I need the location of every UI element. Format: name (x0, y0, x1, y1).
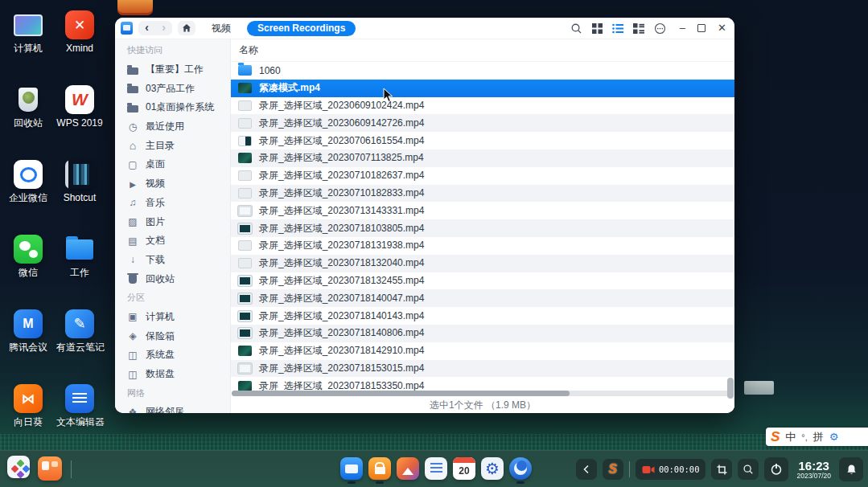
file-name: 录屏_选择区域_20230718140047.mp4 (259, 292, 424, 305)
sidebar-item[interactable]: 数据盘 (115, 365, 230, 384)
sidebar-item[interactable]: 桌面 (115, 155, 230, 174)
horizontal-scrollbar[interactable] (232, 391, 734, 396)
maximize-button[interactable] (697, 24, 706, 32)
more-options-button[interactable] (652, 21, 668, 36)
minimize-button[interactable]: – (680, 23, 685, 34)
file-row[interactable]: 录屏_选择区域_20230718140806.mp4 (231, 325, 734, 342)
desktop-icon-work-folder[interactable]: 工作 (56, 235, 103, 278)
sidebar-item[interactable]: 网络邻居 (115, 403, 230, 413)
sidebar-item[interactable]: 主目录 (115, 136, 230, 155)
vertical-scrollbar-thumb[interactable] (727, 378, 734, 399)
desktop-icon-youdao-note[interactable]: 有道云笔记 (56, 309, 103, 353)
control-center-icon (481, 457, 504, 480)
desktop-icon-sunflower[interactable]: 向日葵 (5, 384, 51, 428)
video-thumbnail (238, 206, 252, 216)
file-row[interactable]: 录屏_选择区域_20230710182833.mp4 (231, 185, 734, 203)
desktop-icon-recycle[interactable]: 回收站 (5, 85, 51, 129)
desktop-icon-shotcut[interactable]: Shotcut (56, 160, 103, 203)
tray-search-button[interactable] (738, 459, 759, 480)
horizontal-scrollbar-thumb[interactable] (232, 391, 570, 396)
sidebar-item[interactable]: 系统盘 (115, 346, 230, 365)
taskbar-clock[interactable]: 16:23 2023/07/20 (796, 460, 831, 480)
multitasking-view-button[interactable] (38, 456, 62, 481)
file-row[interactable]: 录屏_选择区域_20230718132040.mp4 (231, 255, 734, 272)
launcher-button[interactable] (7, 456, 30, 478)
tab-videos[interactable]: 视频 (201, 20, 241, 36)
partially-hidden-desktop-icon[interactable] (117, 0, 153, 15)
tab-screen-recordings[interactable]: Screen Recordings (247, 21, 356, 36)
desktop-icon-wechat[interactable]: 微信 (5, 235, 51, 278)
text-editor-icon (65, 384, 94, 413)
file-row[interactable]: 录屏_选择区域_20230707113825.mp4 (231, 149, 734, 167)
home-button[interactable] (178, 21, 195, 35)
file-row[interactable]: 录屏_选择区域_20230718103805.mp4 (231, 219, 734, 237)
close-button[interactable]: ✕ (718, 23, 726, 34)
file-row[interactable]: 1060 (231, 62, 734, 80)
file-row[interactable]: 录屏_选择区域_20230718142910.mp4 (231, 342, 734, 360)
file-manager-app-icon (121, 22, 133, 35)
video-thumbnail (238, 293, 252, 304)
desktop-icon-wps[interactable]: WPS 2019 (56, 85, 103, 129)
file-row[interactable]: 录屏_选择区域_20230713143331.mp4 (231, 202, 734, 219)
file-row[interactable]: 紧凑模式.mp4 (231, 80, 734, 97)
ime-settings-icon[interactable]: ⚙ (829, 431, 839, 443)
sidebar-item[interactable]: 03产品工作 (115, 79, 230, 98)
ime-pinyin-mode[interactable]: 拼 (813, 430, 824, 444)
tray-collapse-button[interactable] (576, 459, 597, 480)
dock-app-app-store[interactable] (368, 457, 391, 484)
file-row[interactable]: 录屏_选择区域_20230718140143.mp4 (231, 307, 734, 325)
forward-button[interactable]: › (155, 21, 172, 35)
file-row[interactable]: 录屏_选择区域_20230718140047.mp4 (231, 289, 734, 307)
list-view-button[interactable] (611, 21, 626, 36)
dock-app-control-center[interactable] (481, 457, 504, 484)
sidebar-item[interactable]: 下载 (115, 251, 230, 270)
sidebar-item[interactable]: 计算机 (115, 308, 230, 327)
file-row[interactable]: 录屏_选择区域_20230609142726.mp4 (231, 114, 734, 132)
sidebar-item-label: 图片 (146, 215, 165, 229)
screenshot-button[interactable] (711, 459, 732, 480)
sidebar-item[interactable]: 01桌面操作系统 (115, 98, 230, 117)
ime-punctuation-mode[interactable]: °, (801, 432, 807, 442)
sidebar-item[interactable]: 音乐 (115, 194, 230, 213)
icon-view-button[interactable] (590, 21, 605, 36)
sidebar-item[interactable]: 保险箱 (115, 326, 230, 346)
back-button[interactable]: ‹ (138, 21, 155, 35)
file-row[interactable]: 录屏_选择区域_20230609102424.mp4 (231, 97, 734, 115)
desktop-icon-tencent-meeting[interactable]: 腾讯会议 (5, 309, 51, 353)
file-row[interactable]: 录屏_选择区域_20230706161554.mp4 (231, 132, 734, 149)
bell-icon (845, 464, 858, 476)
search-button[interactable] (569, 21, 584, 36)
detail-view-button[interactable] (631, 21, 647, 36)
file-row[interactable]: 录屏_选择区域_20230718153015.mp4 (231, 360, 734, 378)
music-icon (127, 197, 138, 208)
dock-app-calendar[interactable]: 20 (453, 457, 475, 484)
dock-app-photos[interactable] (397, 457, 419, 484)
desktop-icon-xmind[interactable]: Xmind (56, 10, 103, 54)
dock-app-file-manager[interactable] (340, 457, 363, 484)
file-row[interactable]: 录屏_选择区域_20230710182637.mp4 (231, 167, 734, 185)
file-row[interactable]: 录屏_选择区域_20230718131938.mp4 (231, 237, 734, 255)
desktop-icon-wecom[interactable]: 企业微信 (5, 160, 51, 203)
screen-recording-indicator[interactable]: 00:00:00 (636, 459, 706, 480)
power-button[interactable] (764, 457, 788, 481)
sidebar-item[interactable]: 图片 (115, 212, 230, 231)
sidebar-item[interactable]: 文档 (115, 231, 230, 251)
sogou-tray-button[interactable]: S (603, 459, 623, 480)
file-name: 录屏_选择区域_20230710182833.mp4 (259, 186, 424, 200)
desktop-icon-computer[interactable]: 计算机 (5, 10, 51, 54)
ime-bar[interactable]: S 中 °, 拼 ⚙ (766, 428, 868, 446)
sidebar-item[interactable]: 回收站 (115, 269, 230, 289)
desktop-icon-text-editor[interactable]: 文本编辑器 (56, 384, 103, 428)
file-row[interactable]: 录屏_选择区域_20230718132455.mp4 (231, 272, 734, 290)
column-header-name[interactable]: 名称 (231, 39, 734, 62)
notification-center-button[interactable] (839, 457, 863, 481)
shotcut-icon (65, 160, 94, 189)
sidebar-item[interactable]: 最近使用 (115, 117, 230, 137)
ime-language-mode[interactable]: 中 (785, 430, 796, 444)
dock-app-browser[interactable] (509, 457, 532, 484)
sidebar-item[interactable]: 视频 (115, 174, 230, 194)
dock-app-document-viewer[interactable] (425, 457, 447, 484)
sidebar-item-label: 文档 (146, 234, 165, 248)
desktop-icon-label: 有道云笔记 (56, 342, 103, 353)
sidebar-item[interactable]: 【重要】工作 (115, 60, 230, 80)
